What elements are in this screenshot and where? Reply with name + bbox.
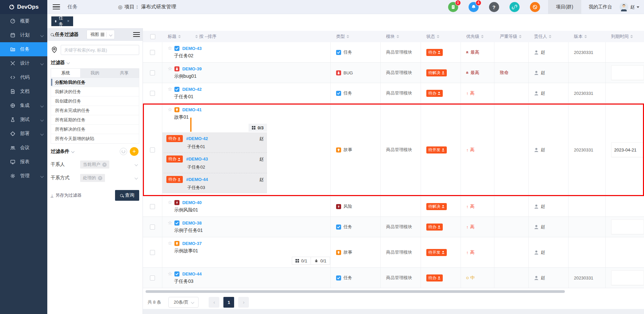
item-key-link[interactable]: DEMO-43	[182, 46, 202, 51]
subtask-key-link[interactable]: #DEMO-43	[186, 156, 208, 162]
table-row-DEMO-37[interactable]: ☆DEMO-37示例故事010/10/1故事商品管理模块待开发↑高赵	[143, 237, 644, 268]
item-key-link[interactable]: DEMO-37	[182, 241, 202, 246]
condition-row-干系方式[interactable]: 干系方式处理的×	[47, 171, 143, 185]
sidebar-item-会议[interactable]: 会议	[0, 141, 47, 155]
item-title[interactable]: 示例故事01	[174, 248, 330, 255]
subtask-DEMO-43[interactable]: 待办#DEMO-43赵子任务02	[162, 153, 267, 173]
sort-icon[interactable]	[346, 35, 349, 38]
conditions-title[interactable]: 过滤条件	[51, 148, 74, 154]
filter-item[interactable]: 所有延期的任务	[51, 115, 139, 125]
sidebar-item-集成[interactable]: 集成	[0, 99, 47, 113]
star-icon[interactable]: ☆	[168, 45, 172, 51]
star-icon[interactable]: ☆	[168, 240, 172, 246]
sort-icon[interactable]	[584, 35, 587, 38]
star-icon[interactable]: ☆	[168, 220, 172, 226]
column-header-版本[interactable]: 版本	[569, 31, 606, 42]
sidebar-item-部署[interactable]: 部署	[0, 127, 47, 141]
row-checkbox[interactable]	[150, 91, 155, 96]
column-header-title[interactable]: 标题按 --排序	[162, 31, 331, 42]
subtask-key-link[interactable]: #DEMO-44	[186, 177, 208, 182]
table-row-DEMO-39[interactable]: ☆DEMO-39示例bug01BUG商品管理模块待解决«最高致命赵	[143, 63, 644, 83]
row-checkbox[interactable]	[150, 250, 155, 255]
menu-toggle-icon[interactable]	[53, 4, 60, 10]
todo-doc-icon[interactable]: 0	[448, 2, 458, 12]
column-header-模块[interactable]: 模块	[381, 31, 421, 42]
item-key-link[interactable]: DEMO-38	[182, 221, 202, 226]
column-header-优先级[interactable]: 优先级	[461, 31, 494, 42]
item-title[interactable]: 故事01	[174, 114, 330, 121]
sort-icon[interactable]	[437, 35, 439, 38]
subtask-counter[interactable]: 0/3	[249, 124, 267, 132]
project-breadcrumb[interactable]: ◎ 项目： 瀑布式研发管理	[118, 4, 176, 10]
add-condition-button[interactable]: +	[130, 147, 139, 156]
sort-order-control[interactable]: 按 --排序	[194, 34, 216, 40]
table-row-DEMO-41[interactable]: ☆DEMO-41故事010/3待办#DEMO-42赵子任务01待办#DEMO-4…	[143, 104, 644, 196]
row-checkbox[interactable]	[150, 204, 155, 209]
table-row-DEMO-38[interactable]: ☆DEMO-38示例子任务01任务商品管理模块待办↑高赵	[143, 217, 644, 237]
item-key-link[interactable]: DEMO-40	[182, 200, 202, 205]
sidebar-item-计划[interactable]: 计划	[0, 28, 47, 42]
item-key-link[interactable]: DEMO-42	[182, 87, 202, 92]
horizontal-scrollbar[interactable]	[146, 290, 565, 293]
keyword-search-input[interactable]	[61, 45, 139, 55]
column-header-责任人[interactable]: 责任人	[529, 31, 569, 42]
nav-workbench[interactable]: 我的工作台	[581, 4, 620, 10]
sidebar-item-文档[interactable]: 文档	[0, 84, 47, 99]
filter-item[interactable]: 所有今天新增的缺陷	[51, 134, 139, 143]
filter-item[interactable]: 我创建的任务	[51, 97, 139, 106]
user-menu[interactable]: 赵	[620, 3, 644, 11]
prev-page-button[interactable]: ‹	[209, 297, 219, 308]
item-title[interactable]: 子任务02	[174, 53, 330, 60]
column-header-严重等级[interactable]: 严重等级	[494, 31, 529, 42]
tab-tasks[interactable]: 任务 ×	[51, 16, 73, 26]
remove-tag-icon[interactable]: ×	[102, 163, 107, 167]
sort-icon[interactable]	[178, 35, 181, 38]
table-row-DEMO-43[interactable]: ☆DEMO-43子任务02任务商品管理模块待办«最高赵20230331	[143, 42, 644, 63]
subtask-DEMO-44[interactable]: 待办#DEMO-44赵子任务03	[162, 173, 267, 193]
sidebar-item-任务[interactable]: 任务	[0, 42, 47, 56]
current-page-button[interactable]: 1	[223, 297, 234, 308]
row-checkbox[interactable]	[150, 147, 155, 152]
column-header-到期时间[interactable]: 到期时间	[606, 31, 644, 42]
sidebar-item-代码[interactable]: 代码	[0, 70, 47, 84]
sidebar-item-报表[interactable]: 报表	[0, 155, 47, 169]
sort-icon[interactable]	[549, 35, 551, 38]
item-title[interactable]: 示例风险01	[174, 207, 330, 214]
due-date-input[interactable]	[611, 270, 644, 285]
query-button[interactable]: 查询	[115, 190, 139, 201]
filter-tab-共享[interactable]: 共享	[110, 69, 139, 77]
panel-menu-icon[interactable]	[133, 32, 140, 37]
sidebar-item-概要[interactable]: 概要	[0, 14, 47, 28]
next-page-button[interactable]: ›	[238, 297, 249, 308]
sort-icon[interactable]	[481, 35, 484, 38]
filter-tab-系统[interactable]: 系统	[51, 69, 80, 77]
bug-counter-chip[interactable]: 0/1	[311, 257, 330, 265]
nav-projects[interactable]: 项目(群)	[548, 0, 581, 14]
subtask-DEMO-42[interactable]: 待办#DEMO-42赵子任务01	[162, 132, 267, 152]
filter-item[interactable]: 所有解决的任务	[51, 125, 139, 134]
filter-item[interactable]: 分配给我的任务	[51, 78, 139, 87]
sidebar-item-设计[interactable]: 设计	[0, 56, 47, 70]
filter-item[interactable]: 所有未完成的任务	[51, 106, 139, 115]
grid-counter-chip[interactable]: 0/1	[292, 257, 311, 265]
remove-tag-icon[interactable]: ×	[98, 176, 102, 180]
sort-icon[interactable]	[519, 35, 522, 38]
table-row-DEMO-40[interactable]: ☆DEMO-40示例风险01风险待解决↑高赵	[143, 196, 644, 217]
sort-icon[interactable]	[396, 35, 399, 38]
item-key-link[interactable]: DEMO-44	[182, 271, 202, 276]
due-date-input[interactable]	[611, 219, 644, 234]
star-icon[interactable]: ☆	[168, 86, 172, 92]
sidebar-item-管理[interactable]: 管理	[0, 169, 47, 183]
column-header-类型[interactable]: 类型	[331, 31, 381, 42]
item-title[interactable]: 示例bug01	[174, 73, 330, 80]
filters-section-toggle[interactable]: 过滤器	[47, 58, 143, 68]
star-icon[interactable]: ☆	[168, 199, 172, 205]
star-icon[interactable]: ☆	[168, 107, 172, 113]
location-pin-icon[interactable]	[51, 46, 58, 54]
row-checkbox[interactable]	[150, 70, 155, 75]
table-row-DEMO-42[interactable]: ☆DEMO-42子任务01任务商品管理模块待办↑高赵20230331	[143, 83, 644, 104]
select-all-checkbox[interactable]	[150, 34, 155, 39]
item-title[interactable]: 示例子任务01	[174, 228, 330, 234]
item-title[interactable]: 子任务03	[174, 278, 330, 285]
item-key-link[interactable]: DEMO-39	[182, 66, 202, 71]
